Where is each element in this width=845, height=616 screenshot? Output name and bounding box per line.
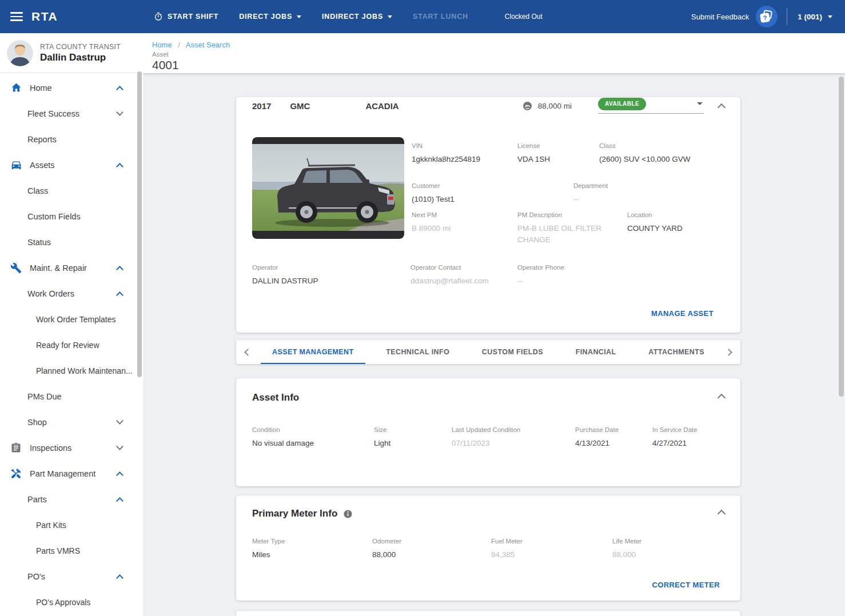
vin-value: 1gkknkla8hz254819 (412, 154, 512, 165)
home-icon (9, 82, 23, 94)
company-name: RTA COUNTY TRANSIT (40, 43, 121, 51)
operator-label: Operator (252, 264, 405, 271)
operator-value: DALLIN DASTRUP (252, 275, 405, 287)
sidebar-item-custom-fields[interactable]: Custom Fields (0, 203, 143, 229)
status-badge: AVAILABLE (598, 98, 646, 110)
sidebar-item-ready-for-review[interactable]: Ready for Review (0, 332, 143, 358)
class-label: Class (599, 142, 690, 149)
breadcrumb: Home / Asset Search (152, 41, 845, 49)
sidebar-item-fleet-success[interactable]: Fleet Success (0, 101, 143, 126)
location-label: Location (627, 211, 683, 218)
asset-info-card: Asset Info Condition No visual damage Si… (236, 378, 740, 486)
info-icon[interactable] (343, 509, 353, 519)
customer-label: Customer (412, 182, 568, 189)
avatar (7, 40, 33, 66)
breadcrumb-asset-search-link[interactable]: Asset Search (186, 41, 230, 49)
alternate-meter-card: Alternate Meter Info (236, 611, 740, 616)
sidebar-item-parts-vmrs[interactable]: Parts VMRS (0, 538, 143, 563)
condition-value: No visual damage (252, 438, 368, 449)
sidebar-item-pms-due[interactable]: PMs Due (0, 383, 143, 409)
fuel-meter-label: Fuel Meter (491, 538, 607, 545)
feedback-icon[interactable]: ? (756, 6, 778, 27)
asset-odometer: 88,000 mi (538, 102, 572, 110)
next-pm-label: Next PM (412, 211, 512, 218)
tab-custom-fields[interactable]: CUSTOM FIELDS (476, 340, 549, 364)
last-updated-condition-label: Last Updated Condition (452, 426, 569, 433)
size-label: Size (374, 426, 446, 433)
collapse-card-icon[interactable] (718, 394, 726, 402)
sidebar-item-work-orders[interactable]: Work Orders (0, 281, 143, 306)
location-value: COUNTY YARD (627, 223, 683, 234)
next-pm-value: B 89000 mi (412, 223, 512, 234)
tab-asset-management[interactable]: ASSET MANAGEMENT (266, 340, 360, 364)
operator-phone-value: -- (517, 275, 564, 287)
chevron-down-icon (388, 15, 392, 18)
in-service-date-value: 4/27/2021 (652, 438, 697, 449)
sidebar-item-part-management[interactable]: Part Management (0, 461, 143, 486)
entity-label: Asset (152, 51, 845, 58)
manage-asset-button[interactable]: MANAGE ASSET (651, 309, 714, 318)
chevron-up-icon (116, 497, 123, 505)
collapse-card-icon[interactable] (718, 103, 726, 111)
chevron-down-icon (297, 15, 301, 18)
sidebar-item-work-order-templates[interactable]: Work Order Templates (0, 306, 143, 332)
sidebar-item-assets[interactable]: Assets (0, 152, 143, 178)
license-label: License (517, 142, 593, 149)
in-service-date-label: In Service Date (652, 426, 697, 433)
asset-tabs-bar: ASSET MANAGEMENT TECHNICAL INFO CUSTOM F… (236, 340, 740, 364)
sidebar-item-part-kits[interactable]: Part Kits (0, 512, 143, 538)
operator-contact-value: ddastrup@rtafleet.com (410, 275, 512, 287)
sidebar-item-maint-repair[interactable]: Maint. & Repair (0, 255, 143, 281)
operator-phone-label: Operator Phone (517, 264, 564, 271)
sidebar-item-status[interactable]: Status (0, 229, 143, 255)
page-scrollbar[interactable] (839, 77, 844, 397)
org-selector[interactable]: 1 (001) (798, 13, 832, 21)
sidebar-item-class[interactable]: Class (0, 178, 143, 203)
sidebar-scrollbar[interactable] (137, 71, 142, 377)
life-meter-label: Life Meter (612, 538, 641, 545)
asset-info-title: Asset Info (252, 392, 299, 403)
odometer-value: 88,000 (372, 549, 485, 561)
menu-icon[interactable] (10, 12, 23, 21)
chevron-up-icon (116, 163, 123, 170)
tab-technical-info[interactable]: TECHNICAL INFO (380, 340, 455, 364)
condition-label: Condition (252, 426, 368, 433)
purchase-date-label: Purchase Date (575, 426, 647, 433)
sidebar-item-pos[interactable]: PO's (0, 563, 143, 589)
primary-meter-title: Primary Meter Info (252, 508, 337, 519)
sidebar-user-header[interactable]: RTA COUNTY TRANSIT Dallin Dastrup (0, 33, 143, 73)
vehicle-photo (252, 137, 404, 239)
breadcrumb-home-link[interactable]: Home (152, 41, 172, 49)
asset-make: GMC (290, 101, 310, 111)
sidebar-item-reports[interactable]: Reports (0, 126, 143, 152)
status-select[interactable]: AVAILABLE (598, 98, 704, 114)
direct-jobs-menu[interactable]: DIRECT JOBS (239, 13, 301, 21)
main-content: 2017 GMC ACADIA 88,000 mi (143, 73, 845, 616)
sidebar-item-inspections[interactable]: Inspections (0, 435, 143, 461)
submit-feedback-link[interactable]: Submit Feedback (691, 13, 749, 21)
sidebar-item-parts[interactable]: Parts (0, 486, 143, 512)
tabs-scroll-right-icon[interactable] (725, 349, 732, 356)
department-value: -- (573, 194, 608, 205)
meter-type-label: Meter Type (252, 538, 366, 545)
start-shift-button[interactable]: START SHIFT (154, 12, 218, 21)
gauge-icon (522, 101, 533, 111)
app-logo: RTA (31, 10, 58, 23)
sidebar-item-shop[interactable]: Shop (0, 409, 143, 435)
start-lunch-button: START LUNCH (413, 13, 468, 21)
user-name: Dallin Dastrup (40, 52, 121, 63)
tools-icon (9, 467, 23, 480)
sidebar-item-planned-work[interactable]: Planned Work Maintenan... (0, 358, 143, 383)
tab-financial[interactable]: FINANCIAL (570, 340, 622, 364)
indirect-jobs-menu[interactable]: INDIRECT JOBS (322, 13, 392, 21)
sidebar-item-pos-approvals[interactable]: PO's Approvals (0, 589, 143, 615)
pm-description-label: PM Description (517, 211, 621, 218)
correct-meter-button[interactable]: CORRECT METER (652, 581, 720, 589)
sidebar-item-home[interactable]: Home (0, 75, 143, 101)
sidebar: RTA COUNTY TRANSIT Dallin Dastrup Home F… (0, 33, 143, 616)
clipboard-icon (9, 442, 23, 454)
collapse-card-icon[interactable] (718, 510, 726, 518)
chevron-down-icon (116, 417, 123, 425)
tab-attachments[interactable]: ATTACHMENTS (643, 340, 710, 364)
size-value: Light (374, 438, 446, 449)
